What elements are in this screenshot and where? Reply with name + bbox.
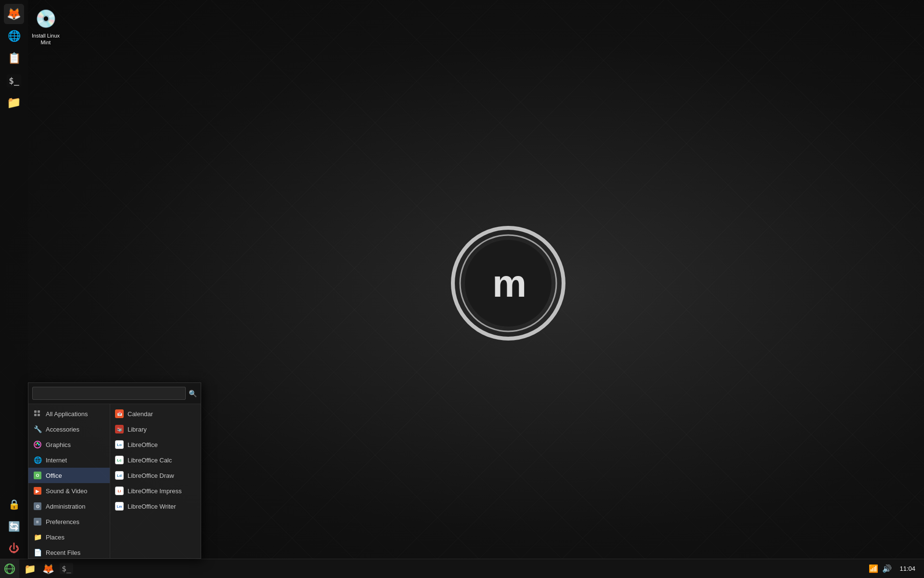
svg-rect-5 (38, 410, 40, 413)
taskbar-terminal-icon: $_ (60, 563, 73, 574)
application-menu: 🔍 All Applications (28, 382, 201, 559)
preferences-icon: ≡ (33, 517, 42, 526)
dock-item-browser[interactable]: 🌐 (4, 26, 24, 46)
recent-files-icon: 📄 (33, 548, 42, 557)
grid-icon (33, 409, 42, 418)
app-libreoffice-calc[interactable]: Lc LibreOffice Calc (110, 452, 201, 468)
category-administration-label: Administration (46, 503, 85, 510)
category-graphics[interactable]: Graphics (28, 437, 110, 452)
install-linux-mint-icon[interactable]: 💿 Install Linux Mint (26, 7, 65, 46)
dock-item-lock[interactable]: 🔒 (4, 494, 24, 514)
dock-item-update[interactable]: 🔄 (4, 516, 24, 537)
menu-body: All Applications 🔧 Accessories (28, 404, 201, 558)
category-preferences[interactable]: ≡ Preferences (28, 514, 110, 529)
taskbar: 📁 🦊 $_ 📶 🔊 11:04 (0, 559, 924, 578)
app-libreoffice-draw[interactable]: Ld LibreOffice Draw (110, 468, 201, 483)
volume-icon[interactable]: 🔊 (882, 564, 892, 573)
libreoffice-impress-icon: Li (115, 486, 124, 495)
libreoffice-writer-icon: Lw (115, 502, 124, 511)
app-libreoffice-impress-label: LibreOffice Impress (128, 487, 181, 495)
dock-item-power[interactable]: ⏻ (4, 539, 24, 559)
dock-item-files[interactable]: 📁 (4, 92, 24, 113)
app-libreoffice-impress[interactable]: Li LibreOffice Impress (110, 483, 201, 499)
svg-point-10 (38, 444, 40, 446)
disk-icon: 💿 (34, 7, 57, 30)
menu-apps-panel: 📅 Calendar 📚 Library Lo LibreOffice (110, 404, 201, 558)
app-library-label: Library (128, 426, 147, 433)
search-input[interactable] (32, 387, 186, 400)
accessories-icon: 🔧 (33, 425, 42, 434)
clock: 11:04 (896, 565, 919, 572)
category-internet[interactable]: 🌐 Internet (28, 452, 110, 468)
category-administration[interactable]: ⚙ Administration (28, 499, 110, 514)
app-libreoffice[interactable]: Lo LibreOffice (110, 437, 201, 452)
libreoffice-draw-icon: Ld (115, 471, 124, 480)
places-icon: 📁 (33, 533, 42, 541)
category-accessories[interactable]: 🔧 Accessories (28, 421, 110, 437)
taskbar-app-files[interactable]: 📁 (21, 560, 38, 578)
libreoffice-icon: Lo (115, 440, 124, 449)
menu-categories-panel: All Applications 🔧 Accessories (28, 404, 110, 558)
globe-icon: 🌐 (8, 30, 21, 42)
update-icon: 🔄 (8, 521, 20, 532)
category-office-label: Office (46, 472, 62, 479)
app-library[interactable]: 📚 Library (110, 421, 201, 437)
library-icon: 📚 (115, 425, 124, 434)
category-all-applications[interactable]: All Applications (28, 406, 110, 421)
install-linux-mint-label: Install Linux Mint (26, 32, 65, 46)
taskbar-app-terminal[interactable]: $_ (58, 560, 75, 578)
dock-item-mail[interactable]: 📋 (4, 48, 24, 68)
taskbar-tray: 📶 🔊 11:04 (869, 564, 924, 573)
svg-rect-7 (38, 414, 40, 416)
network-icon[interactable]: 📶 (869, 564, 878, 573)
category-preferences-label: Preferences (46, 518, 79, 525)
graphics-icon (33, 440, 42, 449)
app-calendar-label: Calendar (128, 410, 153, 418)
calendar-icon: 📅 (115, 409, 124, 418)
app-libreoffice-calc-label: LibreOffice Calc (128, 457, 172, 464)
terminal-icon: $_ (7, 74, 21, 87)
category-recent-files[interactable]: 📄 Recent Files (28, 545, 110, 558)
category-graphics-label: Graphics (46, 441, 71, 448)
dock-item-firefox[interactable]: 🦊 (4, 4, 24, 24)
administration-icon: ⚙ (33, 502, 42, 511)
category-sound-video-label: Sound & Video (46, 487, 88, 495)
category-sound-video[interactable]: ▶ Sound & Video (28, 483, 110, 499)
app-libreoffice-writer[interactable]: Lw LibreOffice Writer (110, 499, 201, 514)
svg-rect-4 (34, 410, 37, 413)
office-icon: O (33, 471, 42, 480)
desktop: m 💿 Install Linux Mint 🦊 🌐 📋 $_ 📁 🔒 🔄 (0, 0, 924, 578)
category-places-label: Places (46, 534, 64, 541)
menu-search-bar: 🔍 (28, 383, 201, 404)
svg-rect-6 (34, 414, 37, 416)
libreoffice-calc-icon: Lc (115, 456, 124, 464)
taskbar-firefox-icon: 🦊 (42, 563, 54, 575)
category-recent-files-label: Recent Files (46, 549, 80, 556)
power-icon: ⏻ (9, 542, 19, 555)
dock-item-terminal[interactable]: $_ (4, 70, 24, 91)
category-office[interactable]: O Office (28, 468, 110, 483)
category-accessories-label: Accessories (46, 426, 79, 433)
svg-text:m: m (492, 262, 525, 305)
sound-video-icon: ▶ (33, 486, 42, 495)
app-libreoffice-label: LibreOffice (128, 441, 158, 448)
app-calendar[interactable]: 📅 Calendar (110, 406, 201, 421)
app-libreoffice-writer-label: LibreOffice Writer (128, 503, 176, 510)
category-internet-label: Internet (46, 457, 67, 464)
category-all-applications-label: All Applications (46, 410, 88, 418)
svg-point-9 (35, 444, 37, 446)
mail-icon: 📋 (8, 52, 21, 65)
folder-icon: 📁 (7, 96, 21, 109)
app-libreoffice-draw-label: LibreOffice Draw (128, 472, 174, 479)
svg-point-11 (37, 442, 38, 444)
internet-icon: 🌐 (33, 456, 42, 464)
search-icon[interactable]: 🔍 (189, 390, 197, 397)
start-button[interactable] (0, 559, 19, 578)
taskbar-app-firefox[interactable]: 🦊 (39, 560, 57, 578)
taskbar-apps-area: 📁 🦊 $_ (19, 560, 869, 578)
firefox-icon: 🦊 (7, 7, 21, 21)
category-places[interactable]: 📁 Places (28, 529, 110, 545)
left-dock: 🦊 🌐 📋 $_ 📁 🔒 🔄 ⏻ (0, 0, 28, 559)
taskbar-folder-icon: 📁 (24, 563, 36, 575)
mint-logo: m (450, 225, 566, 341)
